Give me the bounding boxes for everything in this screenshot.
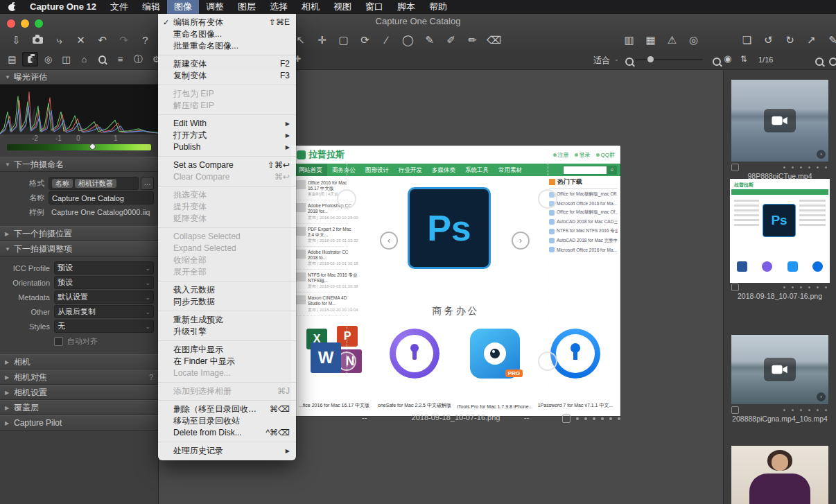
page-nav-item[interactable]: 系统工具 xyxy=(460,164,494,176)
variants-badge-icon[interactable]: › xyxy=(817,150,826,159)
page-nav-item[interactable]: 网站首页 xyxy=(294,164,327,176)
section-覆盖层[interactable]: ▶覆盖层 xyxy=(0,400,158,415)
hot-download-item[interactable]: AutoCAD 2018 for Mac CAD三维... xyxy=(549,219,618,225)
browser-search-button[interactable] xyxy=(825,56,836,69)
tool-tab-adjustments[interactable]: ≡ xyxy=(112,52,128,67)
page-nav-item[interactable]: 行业开发 xyxy=(394,164,427,176)
menu-item-在图库中显示[interactable]: 在图库中显示 xyxy=(158,344,296,356)
menu-item-delete-from-disk[interactable]: Delete from Disk...^⌘⌫ xyxy=(158,427,296,439)
brush-icon[interactable]: ✏ xyxy=(462,31,483,49)
guide-handle[interactable] xyxy=(538,189,557,209)
status-color-dots[interactable] xyxy=(576,417,620,420)
menubar-item-相机[interactable]: 相机 xyxy=(295,0,326,14)
undo-icon[interactable]: ↶ xyxy=(92,31,113,49)
grid-overlay-icon[interactable]: ▦ xyxy=(640,31,661,49)
menu-item-set-as-compare[interactable]: Set as Compare⇧⌘↩ xyxy=(158,159,296,171)
tool-tab-library[interactable]: ▤ xyxy=(4,52,20,67)
filmstrip-item-3[interactable] xyxy=(731,446,828,504)
menu-item-重命名图像[interactable]: 重命名图像... xyxy=(158,28,296,40)
copy-adjustments-icon[interactable]: ❏ xyxy=(736,31,758,49)
page-search-button[interactable]: ⌕ xyxy=(607,166,617,175)
hot-download-item[interactable]: AutoCAD 2018 for Mac 完整中文... xyxy=(549,238,618,244)
menu-item-同步元数据[interactable]: 同步元数据 xyxy=(158,296,296,308)
section-next-capture-naming[interactable]: ▼ 下一拍摄命名 xyxy=(0,157,158,172)
exposure-warning-icon[interactable]: ⚠ xyxy=(661,31,683,49)
zoom-fit-label[interactable]: 适合 xyxy=(593,55,610,67)
filmstrip-item-1[interactable]: 拉普拉斯Ps2018-09-18_10-07-16.png xyxy=(731,180,828,300)
menubar-item-编辑[interactable]: 编辑 xyxy=(135,0,167,14)
capture-icon[interactable] xyxy=(33,37,43,44)
menu-item-移动至目录回收站[interactable]: 移动至目录回收站 xyxy=(158,415,296,427)
format-more-button[interactable]: … xyxy=(141,177,154,190)
app-card-office[interactable]: XWPN...fice 2016 for Mac 16.17 中文版 xyxy=(294,319,374,410)
page-search-input[interactable] xyxy=(563,166,607,175)
adjustment-select-icc-profile[interactable]: 预设⌄ xyxy=(54,261,154,275)
menubar-item-视图[interactable]: 视图 xyxy=(326,0,358,14)
zoom-slider-handle[interactable] xyxy=(647,56,654,62)
zoom-fit-dropdown-icon[interactable]: ⌄ xyxy=(614,56,619,62)
share-icon[interactable]: ↗ xyxy=(801,31,822,49)
details-icon[interactable] xyxy=(98,55,106,64)
adjustment-select-other[interactable]: 从最后复制⌄ xyxy=(54,305,154,318)
menubar-item-脚本[interactable]: 脚本 xyxy=(390,0,422,14)
zoom-slider[interactable] xyxy=(635,59,703,60)
tool-tab-color[interactable]: ◫ xyxy=(58,52,74,67)
import-icon[interactable]: ⇩ xyxy=(6,31,27,49)
annotations-icon[interactable]: ✎ xyxy=(822,31,836,49)
menu-item-升级引擎[interactable]: 升级引擎 xyxy=(158,326,296,338)
format-token[interactable]: 相机计数器 xyxy=(75,179,116,188)
menu-item-在-finder-中显示[interactable]: 在 Finder 中显示 xyxy=(158,356,296,367)
menu-item-编辑所有变体[interactable]: ✓编辑所有变体⇧⌘E xyxy=(158,17,296,28)
section-next-capture-location[interactable]: ▶ 下一个拍摄位置 xyxy=(0,226,158,241)
tool-tab-capture[interactable] xyxy=(22,52,38,67)
apply-adjustments-icon[interactable]: ↻ xyxy=(779,31,801,49)
menubar-item-图像[interactable]: 图像 xyxy=(167,0,199,14)
viewer-image[interactable]: 拉普拉斯 注册登录QQ群 网站首页商务办公图形设计行业开发多媒体类系统工具常用素… xyxy=(291,146,620,416)
eye-icon[interactable]: ◉ xyxy=(724,53,731,64)
gradient-mask-icon[interactable]: ✐ xyxy=(440,31,462,49)
menu-item-publish[interactable]: Publish▶ xyxy=(158,141,296,153)
auto-align-checkbox[interactable] xyxy=(54,337,63,346)
menubar-item-窗口[interactable]: 窗口 xyxy=(358,0,390,14)
menu-item-处理历史记录[interactable]: 处理历史记录▶ xyxy=(158,445,296,457)
adjustments-icon[interactable]: ≡ xyxy=(118,54,123,64)
tool-tab-info[interactable]: ⓘ xyxy=(130,52,146,67)
filmstrip-item-0[interactable]: ›98P888piCTue.mp4 xyxy=(731,80,828,180)
thumbnail-video[interactable]: › xyxy=(731,80,828,162)
thumb-checkbox[interactable] xyxy=(731,164,739,171)
carousel-next-icon[interactable]: › xyxy=(512,232,530,250)
eraser-icon[interactable]: ⌫ xyxy=(483,31,505,49)
straighten-tool-icon[interactable]: ∕ xyxy=(376,31,397,49)
page-list-item[interactable]: PDF Expert 2 for Mac 2.4 中文...发布 | 2018-… xyxy=(294,227,348,247)
capture-name-input[interactable]: Capture One Catalog xyxy=(49,191,154,205)
format-token[interactable]: 名称 xyxy=(52,179,73,188)
guide-handle[interactable] xyxy=(538,351,557,371)
reset-adjustments-icon[interactable]: ↺ xyxy=(758,31,779,49)
page-nav-item[interactable]: 商务办公 xyxy=(327,164,360,176)
menu-item-edit-with[interactable]: Edit With▶ xyxy=(158,118,296,130)
thumb-color-dots[interactable] xyxy=(783,166,828,168)
variants-badge-icon[interactable]: › xyxy=(817,392,826,401)
section-exposure-evaluation[interactable]: ▼ 曝光评估 xyxy=(0,69,158,85)
menu-item-载入元数据[interactable]: 载入元数据 xyxy=(158,284,296,296)
capture-icon[interactable] xyxy=(28,56,33,63)
pan-tool-icon[interactable]: ✛ xyxy=(311,31,333,49)
exposure-icon[interactable]: ⌂ xyxy=(82,54,87,64)
viewer-checkbox[interactable] xyxy=(562,415,571,423)
menubar-item-文件[interactable]: 文件 xyxy=(103,0,135,14)
hot-download-item[interactable]: Office for Mac破解版_mac Of... xyxy=(549,209,618,216)
info-icon[interactable]: ⓘ xyxy=(134,53,143,66)
apple-menu-icon[interactable] xyxy=(8,4,16,11)
zoom-out-button[interactable] xyxy=(621,56,638,69)
section-相机对焦[interactable]: ▶相机对焦? xyxy=(0,370,158,385)
hot-download-item[interactable]: NTFS for Mac NTFS 2016 专业版... xyxy=(549,228,618,234)
menu-item-新建变体[interactable]: 新建变体F2 xyxy=(158,58,296,70)
menubar-item-选择[interactable]: 选择 xyxy=(263,0,295,14)
app-card-itools[interactable]: PROiTools Pro for Mac 1.7.9.8 iPhone... xyxy=(455,319,535,410)
page-nav-item[interactable]: 图形设计 xyxy=(360,164,394,176)
section-相机[interactable]: ▶相机 xyxy=(0,354,158,370)
menubar-item-调整[interactable]: 调整 xyxy=(199,0,231,14)
guide-handle[interactable] xyxy=(337,189,356,209)
delete-icon[interactable]: ✕ xyxy=(70,31,92,49)
page-nav-item[interactable]: 常用素材 xyxy=(494,164,527,176)
